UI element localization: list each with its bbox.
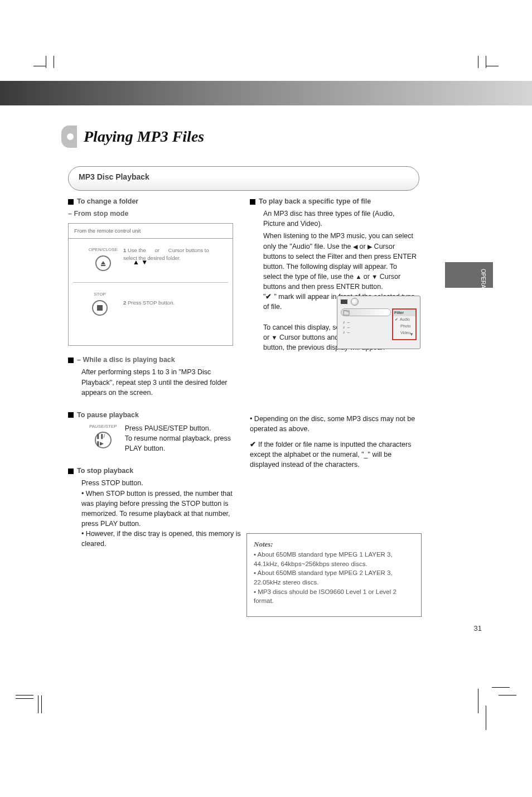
square-bullet-icon (250, 199, 255, 205)
pill-subheader: MP3 Disc Playback (68, 166, 419, 191)
crop-mark (16, 698, 33, 699)
subhead-stop-mode: – From stop mode (68, 209, 241, 219)
filter-dropdown: Filter ✔Audio Photo Video ▼ (392, 308, 417, 340)
remote-row1-text: 1 Use the or Cursor buttons to select th… (123, 247, 224, 262)
left-right-arrows-icon: ◀ (353, 243, 357, 250)
pause-step-icon: ❚❚/❚▶ (95, 432, 112, 448)
info-list: • Depending on the disc, some MP3 discs … (250, 414, 417, 470)
crop-mark (16, 695, 33, 695)
crop-mark (486, 56, 486, 68)
side-tab-label: OPERATION (480, 269, 486, 294)
note-line-3: • MP3 discs should be ISO9660 Level 1 or… (254, 588, 396, 605)
subhead-while-playing: – While a disc is playing back (77, 356, 175, 364)
left-column: To change a folder – From stop mode From… (68, 196, 241, 549)
note-line-1: • About 650MB standard type MPEG 1 LAYER… (254, 551, 393, 567)
stop-icon (92, 300, 108, 316)
disc-icon (351, 298, 359, 306)
scroll-bar-icon (341, 308, 391, 316)
note-line-2: • About 650MB standard type MPEG 2 LAYER… (254, 569, 393, 586)
open-close-label: OPEN/CLOSE (89, 247, 118, 253)
step-number-2: 2 (123, 300, 126, 306)
heading-specific-file: To play back a specific type of file (259, 197, 371, 205)
page-title: Playing MP3 Files (84, 128, 204, 146)
filter-option-photo: Photo (393, 323, 415, 330)
crop-mark (33, 66, 46, 66)
eject-icon (95, 255, 111, 271)
section-title: Playing MP3 Files (61, 125, 204, 148)
manual-page: Playing MP3 Files MP3 Disc Playback OPER… (0, 0, 532, 797)
crop-mark (486, 706, 486, 730)
list-item: • Depending on the disc, some MP3 discs … (250, 414, 417, 434)
up-down-arrows-icon: ▲ (355, 273, 361, 280)
heading-pause-playback: To pause playback (77, 411, 139, 419)
title-bullet-icon (61, 125, 77, 148)
page-number: 31 (474, 624, 482, 632)
crop-mark (478, 689, 478, 713)
remote-instructions-card: From the remote control unit OPEN/CLOSE … (68, 223, 233, 346)
crop-mark (478, 56, 478, 68)
crop-mark (54, 56, 54, 68)
pill-subheader-text: MP3 Disc Playback (79, 172, 149, 181)
crop-mark (46, 56, 46, 68)
checkmark-icon: ✔ (250, 439, 256, 450)
header-gradient-band (0, 81, 532, 105)
crop-mark (492, 687, 510, 688)
pause-step-label: PAUSE/STEP (89, 423, 117, 430)
chevron-down-icon: ▼ (409, 331, 414, 338)
crop-mark (486, 66, 499, 66)
list-item: ✔If the folder or file name is inputted … (250, 439, 417, 470)
square-bullet-icon (68, 199, 74, 205)
crop-mark (499, 695, 516, 695)
stop-body-text: Press STOP button. • When STOP button is… (81, 478, 241, 549)
square-bullet-icon (68, 468, 74, 474)
heading-stop-playback: To stop playback (77, 467, 133, 475)
side-tab-operation: OPERATION (445, 262, 493, 288)
heading-change-folder: To change a folder (77, 197, 138, 205)
right-column: To play back a specific type of file An … (250, 196, 417, 470)
divider (73, 282, 228, 283)
filter-option-audio: ✔Audio (393, 316, 415, 323)
music-note-list-icon: ♪ –♪ –♪ – (343, 320, 350, 335)
pause-row: PAUSE/STEP ❚❚/❚▶ Press PAUSE/STEP button… (68, 423, 241, 453)
notes-title: Notes: (254, 540, 273, 548)
filter-header: Filter (393, 310, 415, 316)
p1-text: An MP3 disc has three types of file (Aud… (263, 209, 417, 229)
up-down-arrows-icon: ▼ (272, 334, 278, 341)
checkmark-icon: ✔ (395, 317, 398, 322)
remote-button-open-close: OPEN/CLOSE (89, 247, 118, 271)
mp3-browser-illustration: ♪ –♪ –♪ – Filter ✔Audio Photo Video ▼ (337, 296, 420, 349)
remote-card-body: OPEN/CLOSE ▲ ▼ 1 Use the or Cursor butto… (69, 239, 233, 339)
svg-rect-0 (344, 311, 349, 315)
square-bullet-icon (68, 412, 74, 418)
stop-label: STOP (94, 291, 106, 298)
remote-button-pause: PAUSE/STEP ❚❚/❚▶ (89, 423, 117, 449)
remote-card-header: From the remote control unit (69, 224, 233, 239)
step-number-1: 1 (123, 247, 126, 253)
crop-mark (38, 695, 38, 713)
pause-body-text: Press PAUSE/STEP button. To resume norma… (125, 423, 241, 453)
indicator-icon (341, 300, 347, 304)
left-right-arrows-icon: ▶ (367, 243, 372, 250)
square-bullet-icon (68, 358, 74, 363)
crop-mark (41, 695, 42, 713)
checkmark-icon: ✔ (265, 292, 272, 302)
remote-row2-text: 2 Press STOP button. (123, 299, 175, 307)
remote-button-stop: STOP (92, 291, 108, 316)
while-playing-body: After performing steps 1 to 3 in "MP3 Di… (81, 367, 241, 397)
up-down-arrows-icon: ▼ (371, 273, 378, 280)
notes-box: Notes: • About 650MB standard type MPEG … (246, 533, 422, 617)
